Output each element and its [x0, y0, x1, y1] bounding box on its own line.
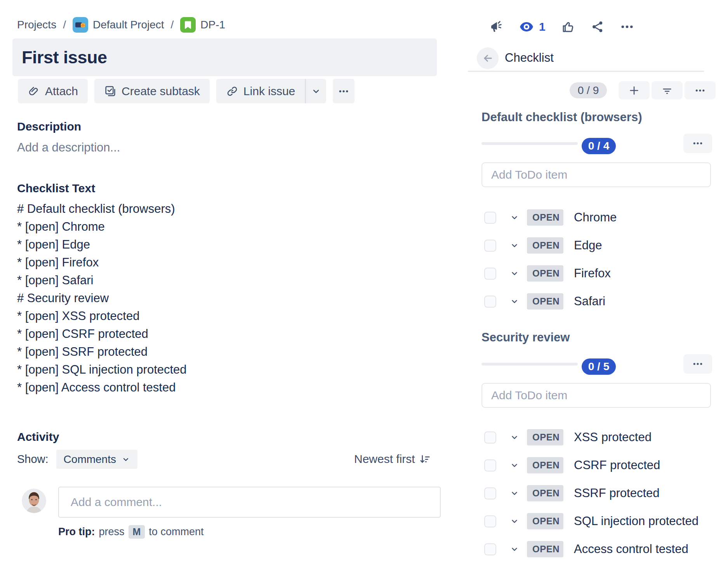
checklist-text-block[interactable]: # Default checklist (browsers) * [open] …: [17, 200, 187, 397]
announcement-button[interactable]: [488, 19, 503, 34]
megaphone-icon: [488, 19, 503, 34]
status-badge[interactable]: OPEN: [527, 429, 563, 445]
panel-title: Checklist: [505, 51, 554, 65]
status-badge[interactable]: OPEN: [527, 265, 563, 282]
ellipsis-icon: [692, 358, 703, 369]
progress-bar: [481, 363, 578, 365]
chevron-down-icon[interactable]: [510, 297, 519, 306]
checklist-text-line: # Security review: [17, 289, 187, 307]
link-issue-dropdown[interactable]: [305, 79, 326, 103]
section-more-button[interactable]: [683, 354, 712, 374]
protip-pre: press: [99, 526, 125, 538]
checklist-item-label[interactable]: SSRF protected: [574, 486, 660, 500]
status-badge[interactable]: OPEN: [527, 513, 563, 529]
status-badge[interactable]: OPEN: [527, 457, 563, 473]
filter-icon: [661, 85, 673, 96]
checklist-item-row: OPEN CSRF protected: [481, 451, 712, 479]
status-badge[interactable]: OPEN: [527, 541, 563, 557]
ellipsis-icon: [695, 85, 706, 96]
item-checkbox[interactable]: [484, 459, 496, 471]
item-checkbox[interactable]: [484, 431, 496, 444]
ellipsis-icon: [620, 20, 634, 34]
item-checkbox[interactable]: [484, 296, 496, 308]
item-checkbox[interactable]: [484, 240, 496, 252]
chevron-down-icon: [122, 455, 130, 464]
chevron-down-icon[interactable]: [510, 213, 519, 222]
item-checkbox[interactable]: [484, 515, 496, 527]
activity-heading: Activity: [17, 430, 59, 444]
panel-add-button[interactable]: [619, 81, 650, 99]
show-label: Show:: [17, 453, 49, 466]
share-button[interactable]: [591, 20, 605, 34]
item-checkbox[interactable]: [484, 487, 496, 499]
status-badge[interactable]: OPEN: [527, 237, 563, 254]
checklist-text-line: * [open] SSRF protected: [17, 343, 187, 361]
checklist-text-line: # Default checklist (browsers): [17, 200, 187, 218]
checklist-item-row: OPEN Safari: [481, 287, 712, 315]
protip: Pro tip: press M to comment: [58, 525, 203, 539]
item-checkbox[interactable]: [484, 543, 496, 555]
checklist-item-label[interactable]: Chrome: [574, 210, 617, 224]
chevron-down-icon[interactable]: [510, 489, 519, 498]
section-heading: Security review: [481, 331, 570, 344]
arrow-left-icon: [481, 52, 494, 64]
status-badge[interactable]: OPEN: [527, 293, 563, 310]
link-issue-button[interactable]: Link issue: [216, 79, 305, 103]
more-actions-button[interactable]: [333, 79, 355, 103]
item-checkbox[interactable]: [484, 268, 496, 280]
chevron-down-icon[interactable]: [510, 433, 519, 442]
comment-input[interactable]: [58, 487, 441, 518]
activity-filter-select[interactable]: Comments: [56, 450, 137, 469]
like-button[interactable]: [561, 20, 575, 34]
create-subtask-label: Create subtask: [122, 85, 200, 98]
add-todo-input[interactable]: [481, 383, 711, 408]
checklist-text-line: * [open] Firefox: [17, 254, 187, 271]
checklist-item-label[interactable]: SQL injection protected: [574, 514, 699, 528]
breadcrumb-projects[interactable]: Projects: [17, 19, 56, 31]
checklist-item-row: OPEN Firefox: [481, 259, 712, 287]
link-issue-label: Link issue: [243, 85, 295, 98]
more-button[interactable]: [620, 20, 634, 34]
status-badge[interactable]: OPEN: [527, 485, 563, 501]
item-checkbox[interactable]: [484, 212, 496, 224]
sort-descending-icon: [419, 453, 431, 465]
watch-button[interactable]: 1: [519, 19, 546, 35]
panel-filter-button[interactable]: [652, 81, 683, 99]
chevron-down-icon[interactable]: [510, 241, 519, 250]
panel-back-button[interactable]: [477, 47, 499, 69]
checklist-text-line: * [open] SQL injection protected: [17, 361, 187, 379]
breadcrumb-issue[interactable]: DP-1: [180, 17, 225, 33]
checklist-item-label[interactable]: Edge: [574, 238, 602, 252]
attach-label: Attach: [45, 85, 78, 98]
section-more-button[interactable]: [683, 134, 712, 153]
status-badge[interactable]: OPEN: [527, 209, 563, 226]
link-issue-split-button: Link issue: [216, 79, 326, 103]
breadcrumb-separator: /: [63, 19, 66, 31]
checklist-item-label[interactable]: XSS protected: [574, 430, 652, 444]
checklist-text-heading: Checklist Text: [17, 182, 95, 195]
attach-button[interactable]: Attach: [18, 79, 88, 103]
breadcrumb-project[interactable]: Default Project: [73, 17, 164, 33]
panel-divider: [468, 71, 704, 72]
chevron-down-icon[interactable]: [510, 269, 519, 278]
breadcrumb-issue-key: DP-1: [200, 19, 225, 31]
chevron-down-icon[interactable]: [510, 461, 519, 470]
checklist-item-label[interactable]: CSRF protected: [574, 458, 660, 472]
checklist-item-label[interactable]: Access control tested: [574, 542, 688, 556]
checklist-item-row: OPEN Chrome: [481, 204, 712, 231]
chevron-down-icon[interactable]: [510, 545, 519, 553]
checklist-item-label[interactable]: Safari: [574, 294, 605, 308]
create-subtask-button[interactable]: Create subtask: [94, 79, 210, 103]
checklist-text-line: * [open] CSRF protected: [17, 325, 187, 343]
checklist-item-label[interactable]: Firefox: [574, 266, 611, 280]
panel-more-button[interactable]: [685, 81, 716, 99]
issue-title-field[interactable]: First issue: [12, 38, 437, 76]
chevron-down-icon[interactable]: [510, 517, 519, 525]
description-placeholder[interactable]: Add a description...: [17, 141, 120, 155]
add-todo-input[interactable]: [481, 162, 711, 187]
avatar[interactable]: [22, 489, 46, 513]
plus-icon: [628, 85, 640, 96]
sort-order-button[interactable]: Newest first: [354, 452, 431, 466]
panel-total-badge: 0 / 9: [570, 82, 607, 98]
issue-toolbar: Attach Create subtask Link issue: [18, 79, 355, 103]
